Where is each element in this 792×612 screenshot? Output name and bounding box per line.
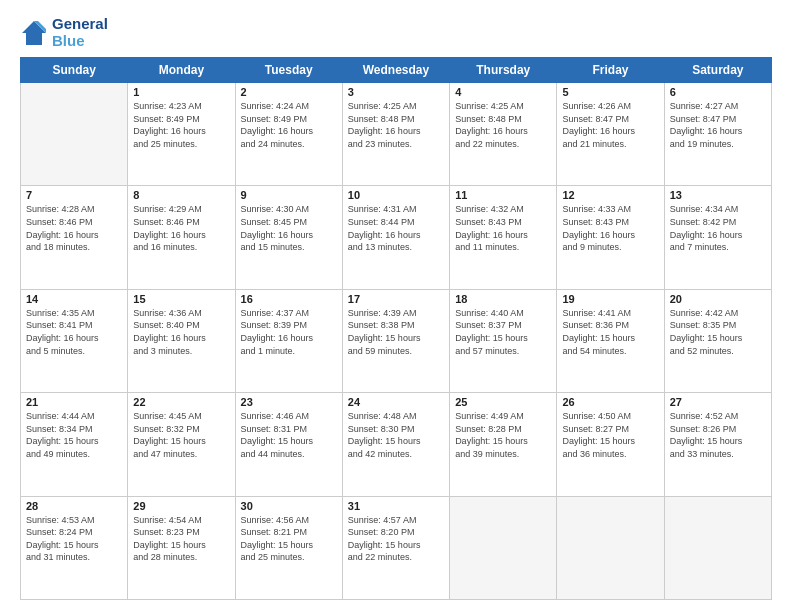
day-info: Sunrise: 4:54 AM Sunset: 8:23 PM Dayligh… — [133, 514, 229, 564]
day-info: Sunrise: 4:46 AM Sunset: 8:31 PM Dayligh… — [241, 410, 337, 460]
day-info: Sunrise: 4:24 AM Sunset: 8:49 PM Dayligh… — [241, 100, 337, 150]
calendar-cell: 12Sunrise: 4:33 AM Sunset: 8:43 PM Dayli… — [557, 186, 664, 289]
calendar-cell: 29Sunrise: 4:54 AM Sunset: 8:23 PM Dayli… — [128, 496, 235, 599]
calendar-cell: 25Sunrise: 4:49 AM Sunset: 8:28 PM Dayli… — [450, 393, 557, 496]
day-number: 12 — [562, 189, 658, 201]
calendar-cell: 22Sunrise: 4:45 AM Sunset: 8:32 PM Dayli… — [128, 393, 235, 496]
day-info: Sunrise: 4:56 AM Sunset: 8:21 PM Dayligh… — [241, 514, 337, 564]
calendar-cell: 6Sunrise: 4:27 AM Sunset: 8:47 PM Daylig… — [664, 83, 771, 186]
day-info: Sunrise: 4:49 AM Sunset: 8:28 PM Dayligh… — [455, 410, 551, 460]
day-info: Sunrise: 4:40 AM Sunset: 8:37 PM Dayligh… — [455, 307, 551, 357]
day-info: Sunrise: 4:37 AM Sunset: 8:39 PM Dayligh… — [241, 307, 337, 357]
day-info: Sunrise: 4:27 AM Sunset: 8:47 PM Dayligh… — [670, 100, 766, 150]
day-info: Sunrise: 4:44 AM Sunset: 8:34 PM Dayligh… — [26, 410, 122, 460]
day-number: 6 — [670, 86, 766, 98]
day-number: 16 — [241, 293, 337, 305]
logo: General Blue — [20, 16, 108, 49]
calendar-week-0: 1Sunrise: 4:23 AM Sunset: 8:49 PM Daylig… — [21, 83, 772, 186]
calendar-cell: 2Sunrise: 4:24 AM Sunset: 8:49 PM Daylig… — [235, 83, 342, 186]
calendar-cell: 18Sunrise: 4:40 AM Sunset: 8:37 PM Dayli… — [450, 289, 557, 392]
day-number: 15 — [133, 293, 229, 305]
calendar-header-row: SundayMondayTuesdayWednesdayThursdayFrid… — [21, 58, 772, 83]
calendar-cell: 3Sunrise: 4:25 AM Sunset: 8:48 PM Daylig… — [342, 83, 449, 186]
calendar-week-4: 28Sunrise: 4:53 AM Sunset: 8:24 PM Dayli… — [21, 496, 772, 599]
day-header-friday: Friday — [557, 58, 664, 83]
day-number: 7 — [26, 189, 122, 201]
day-number: 17 — [348, 293, 444, 305]
day-info: Sunrise: 4:48 AM Sunset: 8:30 PM Dayligh… — [348, 410, 444, 460]
day-header-thursday: Thursday — [450, 58, 557, 83]
page: General Blue SundayMondayTuesdayWednesda… — [0, 0, 792, 612]
calendar-cell: 26Sunrise: 4:50 AM Sunset: 8:27 PM Dayli… — [557, 393, 664, 496]
day-number: 25 — [455, 396, 551, 408]
day-info: Sunrise: 4:29 AM Sunset: 8:46 PM Dayligh… — [133, 203, 229, 253]
svg-marker-0 — [22, 21, 46, 45]
calendar-cell: 1Sunrise: 4:23 AM Sunset: 8:49 PM Daylig… — [128, 83, 235, 186]
calendar-cell: 13Sunrise: 4:34 AM Sunset: 8:42 PM Dayli… — [664, 186, 771, 289]
calendar-week-1: 7Sunrise: 4:28 AM Sunset: 8:46 PM Daylig… — [21, 186, 772, 289]
calendar-cell: 19Sunrise: 4:41 AM Sunset: 8:36 PM Dayli… — [557, 289, 664, 392]
day-number: 2 — [241, 86, 337, 98]
day-info: Sunrise: 4:25 AM Sunset: 8:48 PM Dayligh… — [455, 100, 551, 150]
day-number: 8 — [133, 189, 229, 201]
day-number: 19 — [562, 293, 658, 305]
calendar-cell: 14Sunrise: 4:35 AM Sunset: 8:41 PM Dayli… — [21, 289, 128, 392]
day-info: Sunrise: 4:26 AM Sunset: 8:47 PM Dayligh… — [562, 100, 658, 150]
day-header-saturday: Saturday — [664, 58, 771, 83]
day-info: Sunrise: 4:31 AM Sunset: 8:44 PM Dayligh… — [348, 203, 444, 253]
day-number: 29 — [133, 500, 229, 512]
day-info: Sunrise: 4:52 AM Sunset: 8:26 PM Dayligh… — [670, 410, 766, 460]
day-header-monday: Monday — [128, 58, 235, 83]
calendar-cell: 15Sunrise: 4:36 AM Sunset: 8:40 PM Dayli… — [128, 289, 235, 392]
calendar-cell — [664, 496, 771, 599]
day-header-wednesday: Wednesday — [342, 58, 449, 83]
calendar-cell: 30Sunrise: 4:56 AM Sunset: 8:21 PM Dayli… — [235, 496, 342, 599]
day-number: 31 — [348, 500, 444, 512]
day-header-sunday: Sunday — [21, 58, 128, 83]
calendar-cell: 31Sunrise: 4:57 AM Sunset: 8:20 PM Dayli… — [342, 496, 449, 599]
calendar-cell: 27Sunrise: 4:52 AM Sunset: 8:26 PM Dayli… — [664, 393, 771, 496]
calendar-cell: 23Sunrise: 4:46 AM Sunset: 8:31 PM Dayli… — [235, 393, 342, 496]
day-info: Sunrise: 4:53 AM Sunset: 8:24 PM Dayligh… — [26, 514, 122, 564]
calendar-cell — [450, 496, 557, 599]
day-info: Sunrise: 4:57 AM Sunset: 8:20 PM Dayligh… — [348, 514, 444, 564]
calendar-cell: 10Sunrise: 4:31 AM Sunset: 8:44 PM Dayli… — [342, 186, 449, 289]
day-info: Sunrise: 4:50 AM Sunset: 8:27 PM Dayligh… — [562, 410, 658, 460]
day-info: Sunrise: 4:39 AM Sunset: 8:38 PM Dayligh… — [348, 307, 444, 357]
day-number: 20 — [670, 293, 766, 305]
day-number: 28 — [26, 500, 122, 512]
calendar-cell: 28Sunrise: 4:53 AM Sunset: 8:24 PM Dayli… — [21, 496, 128, 599]
calendar-cell: 7Sunrise: 4:28 AM Sunset: 8:46 PM Daylig… — [21, 186, 128, 289]
calendar-cell: 5Sunrise: 4:26 AM Sunset: 8:47 PM Daylig… — [557, 83, 664, 186]
day-info: Sunrise: 4:23 AM Sunset: 8:49 PM Dayligh… — [133, 100, 229, 150]
calendar-cell: 17Sunrise: 4:39 AM Sunset: 8:38 PM Dayli… — [342, 289, 449, 392]
day-info: Sunrise: 4:45 AM Sunset: 8:32 PM Dayligh… — [133, 410, 229, 460]
calendar-cell: 11Sunrise: 4:32 AM Sunset: 8:43 PM Dayli… — [450, 186, 557, 289]
calendar-week-3: 21Sunrise: 4:44 AM Sunset: 8:34 PM Dayli… — [21, 393, 772, 496]
day-number: 10 — [348, 189, 444, 201]
logo-text: General Blue — [52, 16, 108, 49]
day-number: 30 — [241, 500, 337, 512]
day-number: 22 — [133, 396, 229, 408]
day-info: Sunrise: 4:28 AM Sunset: 8:46 PM Dayligh… — [26, 203, 122, 253]
calendar-cell — [21, 83, 128, 186]
day-info: Sunrise: 4:30 AM Sunset: 8:45 PM Dayligh… — [241, 203, 337, 253]
calendar-cell: 16Sunrise: 4:37 AM Sunset: 8:39 PM Dayli… — [235, 289, 342, 392]
calendar-cell: 20Sunrise: 4:42 AM Sunset: 8:35 PM Dayli… — [664, 289, 771, 392]
calendar-cell: 21Sunrise: 4:44 AM Sunset: 8:34 PM Dayli… — [21, 393, 128, 496]
day-number: 14 — [26, 293, 122, 305]
logo-icon — [20, 19, 48, 47]
calendar-week-2: 14Sunrise: 4:35 AM Sunset: 8:41 PM Dayli… — [21, 289, 772, 392]
day-number: 11 — [455, 189, 551, 201]
day-number: 1 — [133, 86, 229, 98]
calendar-cell: 4Sunrise: 4:25 AM Sunset: 8:48 PM Daylig… — [450, 83, 557, 186]
day-number: 23 — [241, 396, 337, 408]
day-number: 4 — [455, 86, 551, 98]
day-info: Sunrise: 4:36 AM Sunset: 8:40 PM Dayligh… — [133, 307, 229, 357]
day-header-tuesday: Tuesday — [235, 58, 342, 83]
calendar-table: SundayMondayTuesdayWednesdayThursdayFrid… — [20, 57, 772, 600]
day-number: 27 — [670, 396, 766, 408]
day-number: 5 — [562, 86, 658, 98]
day-number: 24 — [348, 396, 444, 408]
calendar-cell: 9Sunrise: 4:30 AM Sunset: 8:45 PM Daylig… — [235, 186, 342, 289]
